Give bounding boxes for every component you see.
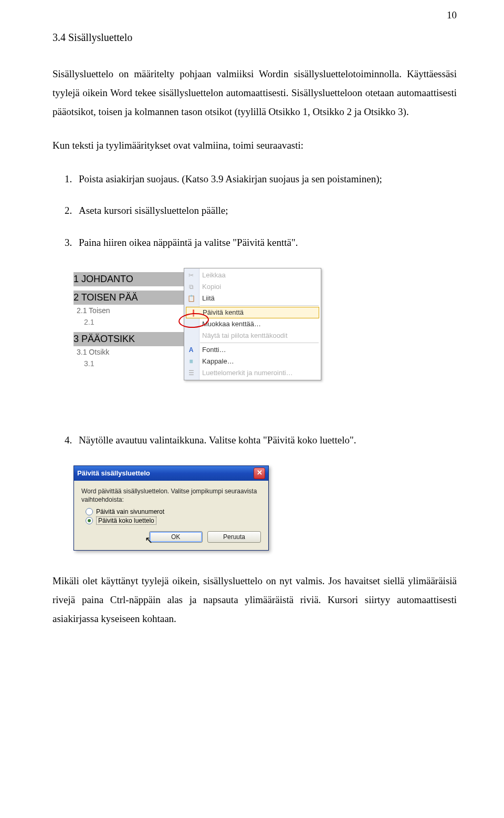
radio-update-pagenumbers[interactable]: Päivitä vain sivunumerot bbox=[86, 508, 261, 515]
radio-icon bbox=[86, 508, 93, 515]
scissors-icon: ✂ bbox=[186, 271, 196, 280]
section-heading: 3.4 Sisällysluettelo bbox=[52, 32, 457, 44]
close-button[interactable]: ✕ bbox=[254, 468, 265, 479]
step-1: Poista asiakirjan suojaus. (Katso 3.9 As… bbox=[75, 170, 457, 189]
menu-label: Luettelomerkit ja numerointi… bbox=[202, 369, 293, 377]
menu-label: Kappale… bbox=[202, 357, 234, 365]
paste-icon: 📋 bbox=[186, 294, 196, 303]
ok-button[interactable]: OK bbox=[149, 531, 203, 543]
menu-label: Kopioi bbox=[202, 283, 221, 291]
menu-label: Päivitä kenttä bbox=[203, 308, 244, 316]
menu-item-edit-field[interactable]: Muokkaa kenttää… bbox=[184, 318, 321, 330]
menu-label: Liitä bbox=[202, 294, 215, 302]
steps-list-cont: Näytölle avautuu valintaikkuna. Valitse … bbox=[59, 431, 457, 450]
paragraph-3: Mikäli olet käyttänyt tyylejä oikein, si… bbox=[52, 572, 457, 628]
toc-preview: 1 JOHDANTO 2 TOISEN PÄÄ 2.1 Toisen 2.1 3… bbox=[74, 268, 184, 369]
menu-item-toggle-codes[interactable]: Näytä tai piilota kenttäkoodit bbox=[184, 330, 321, 341]
menu-item-bullets[interactable]: ☰ Luettelomerkit ja numerointi… bbox=[184, 367, 321, 379]
toc-row: 3 PÄÄOTSIKK bbox=[74, 332, 184, 346]
menu-label: Fontti… bbox=[202, 346, 226, 354]
dialog-body-text: Word päivittää sisällysluettelon. Valits… bbox=[81, 487, 261, 504]
radio-update-entire[interactable]: Päivitä koko luettelo bbox=[86, 516, 261, 525]
toc-row: 3.1 bbox=[74, 358, 184, 369]
toc-row: 1 JOHDANTO bbox=[74, 272, 184, 286]
context-menu: ✂ Leikkaa ⧉ Kopioi 📋 Liitä ❗ Päivitä ken… bbox=[184, 268, 321, 380]
font-icon: A bbox=[186, 345, 196, 355]
menu-separator bbox=[200, 305, 319, 306]
step-4: Näytölle avautuu valintaikkuna. Valitse … bbox=[75, 431, 457, 450]
menu-label: Muokkaa kenttää… bbox=[202, 320, 261, 328]
toc-row: 3.1 Otsikk bbox=[74, 346, 184, 358]
cancel-button[interactable]: Peruuta bbox=[207, 531, 261, 543]
paragraph-2: Kun teksti ja tyylimääritykset ovat valm… bbox=[52, 136, 457, 155]
step-2: Aseta kursori sisällysluettelon päälle; bbox=[75, 201, 457, 220]
figure-update-dialog: Päivitä sisällysluettelo ✕ Word päivittä… bbox=[74, 465, 269, 551]
menu-item-copy[interactable]: ⧉ Kopioi bbox=[184, 281, 321, 293]
dialog-titlebar: Päivitä sisällysluettelo ✕ bbox=[74, 466, 268, 481]
menu-item-paste[interactable]: 📋 Liitä bbox=[184, 293, 321, 304]
toc-row: 2.1 bbox=[74, 316, 184, 328]
copy-icon: ⧉ bbox=[186, 282, 196, 292]
menu-item-font[interactable]: A Fontti… bbox=[184, 344, 321, 356]
toc-row: 2 TOISEN PÄÄ bbox=[74, 291, 184, 305]
menu-item-update-field[interactable]: ❗ Päivitä kenttä bbox=[186, 307, 319, 318]
paragraph-1: Sisällysluettelo on määritelty pohjaan v… bbox=[52, 65, 457, 121]
menu-item-cut[interactable]: ✂ Leikkaa bbox=[184, 270, 321, 281]
bullets-icon: ☰ bbox=[186, 368, 196, 378]
radio-icon bbox=[86, 517, 93, 524]
radio-label: Päivitä vain sivunumerot bbox=[96, 508, 164, 515]
radio-label: Päivitä koko luettelo bbox=[96, 516, 156, 525]
menu-separator bbox=[200, 343, 319, 343]
menu-label: Leikkaa bbox=[202, 271, 226, 279]
paragraph-icon: ≡ bbox=[186, 357, 196, 366]
toc-row: 2.1 Toisen bbox=[74, 305, 184, 316]
refresh-icon: ❗ bbox=[188, 308, 198, 318]
steps-list: Poista asiakirjan suojaus. (Katso 3.9 As… bbox=[59, 170, 457, 252]
figure-context-menu: 1 JOHDANTO 2 TOISEN PÄÄ 2.1 Toisen 2.1 3… bbox=[74, 268, 336, 410]
dialog-title: Päivitä sisällysluettelo bbox=[77, 466, 150, 481]
menu-item-paragraph[interactable]: ≡ Kappale… bbox=[184, 356, 321, 367]
step-3: Paina hiiren oikea näppäintä ja valitse … bbox=[75, 233, 457, 252]
menu-label: Näytä tai piilota kenttäkoodit bbox=[202, 332, 288, 339]
page-number: 10 bbox=[447, 9, 457, 21]
